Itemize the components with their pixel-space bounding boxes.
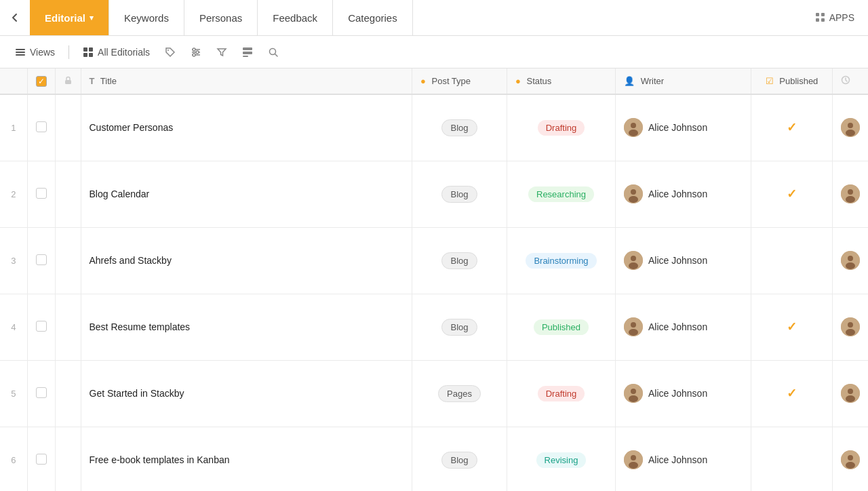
row-title: Get Started in Stackby — [81, 360, 412, 427]
row-number: 2 — [0, 161, 27, 227]
search-button[interactable] — [264, 44, 283, 60]
tab-feedback[interactable]: Feedback — [258, 0, 333, 35]
apps-icon — [816, 13, 825, 22]
row-checkbox[interactable] — [36, 254, 47, 265]
svg-point-29 — [629, 196, 638, 203]
row-extra — [833, 294, 869, 360]
table-row: 3 Ahrefs and Stackby Blog Brainstorming … — [0, 227, 868, 294]
svg-point-22 — [631, 123, 636, 128]
row-writer: Alice Johnson — [616, 294, 751, 360]
nav-chevron[interactable] — [0, 0, 30, 36]
row-writer: Alice Johnson — [616, 360, 751, 427]
writer-name: Alice Johnson — [648, 189, 707, 199]
avatar — [624, 317, 643, 336]
svg-point-52 — [631, 455, 636, 460]
writer-wrap: Alice Johnson — [624, 251, 743, 270]
svg-point-12 — [196, 51, 199, 54]
header-checkbox[interactable]: ✓ — [36, 76, 47, 87]
all-editorials-button[interactable]: All Editorials — [79, 44, 154, 60]
col-lock — [55, 68, 81, 94]
avatar-extra — [841, 384, 860, 403]
status-badge: Drafting — [538, 120, 585, 136]
title-type-icon: T — [90, 76, 95, 86]
post-type-badge: Blog — [441, 186, 477, 203]
group-button[interactable] — [238, 44, 257, 60]
row-checkbox-cell[interactable] — [27, 427, 55, 491]
svg-point-34 — [631, 256, 636, 261]
row-title: Ahrefs and Stackby — [81, 227, 412, 294]
table-row: 5 Get Started in Stackby Pages Drafting … — [0, 360, 868, 427]
svg-point-35 — [629, 262, 638, 269]
col-published: ☑ Published — [751, 68, 833, 94]
row-status: Drafting — [507, 94, 616, 161]
row-writer: Alice Johnson — [616, 161, 751, 227]
group-icon — [242, 47, 253, 58]
apps-button[interactable]: APPS — [802, 12, 868, 23]
svg-rect-2 — [16, 54, 25, 56]
writer-name: Alice Johnson — [648, 122, 707, 133]
svg-point-28 — [631, 189, 636, 195]
tab-categories[interactable]: Categories — [333, 0, 413, 35]
svg-rect-3 — [83, 47, 87, 52]
row-post-type: Blog — [412, 94, 507, 161]
row-checkbox-cell[interactable] — [27, 227, 55, 294]
row-extra — [833, 161, 869, 227]
row-published: ✓ — [751, 161, 833, 227]
row-checkbox-cell[interactable] — [27, 360, 55, 427]
row-number: 1 — [0, 94, 27, 161]
grid-icon — [83, 47, 94, 58]
avatar — [624, 118, 643, 137]
row-extra — [833, 360, 869, 427]
row-checkbox[interactable] — [36, 321, 47, 332]
tag-filter-button[interactable] — [161, 44, 180, 60]
row-checkbox[interactable] — [36, 387, 47, 398]
adjust-icon-button[interactable] — [186, 44, 205, 60]
status-icon: ● — [515, 76, 521, 86]
published-icon: ☑ — [766, 76, 774, 86]
row-writer: Alice Johnson — [616, 427, 751, 491]
table-row: 4 Best Resume templates Blog Published A… — [0, 294, 868, 360]
views-button[interactable]: Views — [11, 44, 59, 60]
filter-button[interactable] — [212, 44, 231, 60]
svg-rect-0 — [16, 49, 25, 50]
col-checkbox[interactable]: ✓ — [27, 68, 55, 94]
row-checkbox[interactable] — [36, 454, 47, 465]
row-title: Blog Calendar — [81, 161, 412, 227]
tab-personas[interactable]: Personas — [184, 0, 258, 35]
svg-point-43 — [848, 322, 853, 328]
row-lock-cell — [55, 161, 81, 227]
apps-label: APPS — [829, 12, 854, 23]
svg-point-32 — [846, 196, 855, 203]
row-checkbox-cell[interactable] — [27, 294, 55, 360]
row-checkbox[interactable] — [36, 188, 47, 199]
row-checkbox[interactable] — [36, 121, 47, 132]
svg-rect-1 — [16, 52, 25, 53]
toolbar-divider-1 — [68, 45, 69, 59]
writer-name: Alice Johnson — [648, 255, 707, 266]
tab-keywords[interactable]: Keywords — [109, 0, 184, 35]
check-icon: ✓ — [787, 121, 797, 134]
table-header-row: ✓ T Title ● Post Type ● — [0, 68, 868, 94]
status-badge: Researching — [528, 186, 594, 202]
row-published: ✓ — [751, 94, 833, 161]
svg-point-25 — [848, 123, 853, 128]
tab-editorial[interactable]: Editorial ▾ — [30, 0, 109, 35]
col-status: ● Status — [507, 68, 616, 94]
status-badge: Brainstorming — [526, 253, 596, 269]
table-row: 2 Blog Calendar Blog Researching Alice J… — [0, 161, 868, 227]
all-editorials-label: All Editorials — [98, 47, 150, 58]
row-published — [751, 227, 833, 294]
row-status: Drafting — [507, 360, 616, 427]
row-checkbox-cell[interactable] — [27, 94, 55, 161]
toolbar: Views All Editorials — [0, 36, 868, 68]
svg-point-55 — [848, 455, 853, 460]
row-checkbox-cell[interactable] — [27, 161, 55, 227]
row-status: Researching — [507, 161, 616, 227]
row-lock-cell — [55, 227, 81, 294]
editorial-dropdown-arrow: ▾ — [90, 14, 94, 22]
svg-point-31 — [848, 189, 853, 195]
sliders-icon — [191, 47, 201, 58]
search-icon — [268, 47, 279, 58]
svg-point-11 — [193, 48, 195, 51]
row-lock-cell — [55, 360, 81, 427]
